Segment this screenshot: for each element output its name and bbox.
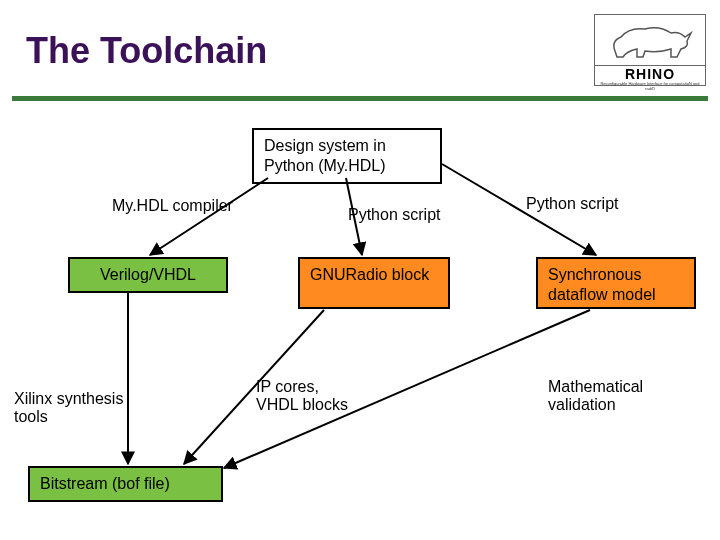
node-sdf-model: Synchronous dataflow model (536, 257, 696, 309)
title-underline (12, 96, 708, 101)
slide-title: The Toolchain (26, 30, 267, 72)
rhino-logo: RHINO Reconfigurable Hardware Interface … (594, 14, 706, 86)
node-gnuradio-block: GNURadio block (298, 257, 450, 309)
edge-label-python-script-mid: Python script (348, 206, 440, 224)
edge-label-math-validation: Mathematical validation (548, 378, 688, 414)
edge-label-myhdl-compiler: My.HDL compiler (112, 197, 233, 215)
rhino-tagline: Reconfigurable Hardware Interface for co… (595, 81, 705, 91)
node-verilog-vhdl: Verilog/VHDL (68, 257, 228, 293)
node-design-system: Design system in Python (My.HDL) (252, 128, 442, 184)
slide: The Toolchain RHINO Reconfigurable Hardw… (0, 0, 720, 540)
edge-label-python-script-right: Python script (526, 195, 618, 213)
edge-label-xilinx-tools: Xilinx synthesis tools (14, 390, 134, 426)
rhino-icon (595, 17, 705, 66)
rhino-wordmark: RHINO (595, 66, 705, 81)
edge-label-ip-cores: IP cores, VHDL blocks (256, 378, 348, 414)
node-bitstream: Bitstream (bof file) (28, 466, 223, 502)
svg-line-0 (150, 178, 268, 255)
